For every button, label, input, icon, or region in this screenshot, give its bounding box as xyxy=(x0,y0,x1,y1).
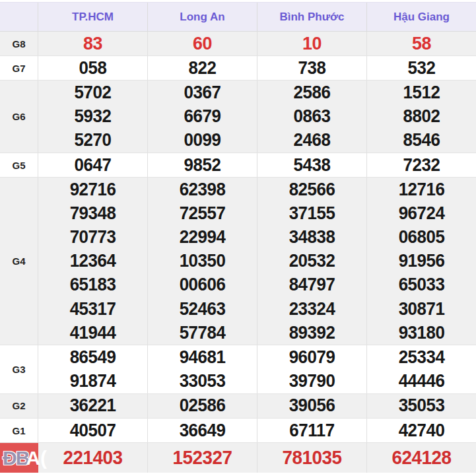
prize-row-G6: G657025932527003676679009925860863246815… xyxy=(0,80,476,152)
prize-col-G2-Bình Phước: 39056 xyxy=(257,394,366,418)
prize-col-G2-TP.HCM: 36221 xyxy=(38,394,147,418)
prize-col-G4-TP.HCM: 92716793487077312364651834531741944 xyxy=(38,178,147,345)
prize-value: 5702 xyxy=(40,81,145,104)
db-row-label: ĐB xyxy=(3,448,28,468)
header-long-an[interactable]: Long An xyxy=(147,3,257,31)
watermark-badge: ĐBA( xyxy=(0,443,38,473)
prize-value: 0863 xyxy=(259,105,364,129)
prize-col-G5-Hậu Giang: 7232 xyxy=(366,153,476,177)
prize-col-G6-Hậu Giang: 151288028546 xyxy=(366,81,476,152)
prize-value: 30871 xyxy=(369,297,473,321)
prize-col-G8-Hậu Giang: 58 xyxy=(366,32,476,55)
prize-value: 41944 xyxy=(40,321,145,345)
prize-value: 2586 xyxy=(259,81,364,104)
prize-value: 96724 xyxy=(369,201,473,225)
prize-value: 5438 xyxy=(259,153,364,177)
prize-value: 92716 xyxy=(40,178,145,201)
prize-row-G3: G386549918749468133053960793979025334444… xyxy=(0,345,476,393)
prize-value: 23324 xyxy=(259,297,364,321)
prize-value: 12364 xyxy=(40,250,145,273)
prize-value: 40507 xyxy=(40,419,145,442)
prize-col-G7-Hậu Giang: 532 xyxy=(366,56,476,80)
prize-value: 624128 xyxy=(369,443,473,473)
header-binh-phuoc[interactable]: Bình Phước xyxy=(257,3,366,31)
prize-col-G6-TP.HCM: 570259325270 xyxy=(38,81,147,152)
prize-value: 65183 xyxy=(40,273,145,297)
prize-col-ĐB-Bình Phước: 781035 xyxy=(257,443,366,473)
prize-value: 12716 xyxy=(369,178,473,201)
prize-col-G6-Long An: 036766790099 xyxy=(147,81,257,152)
prize-value: 6679 xyxy=(150,105,254,129)
prize-value: 221403 xyxy=(40,443,145,473)
prize-col-G3-Bình Phước: 9607939790 xyxy=(257,345,366,393)
prize-col-G7-Long An: 822 xyxy=(147,56,257,80)
prize-col-ĐB-Long An: 152327 xyxy=(147,443,257,473)
prize-row-G1: G140507366496711742740 xyxy=(0,418,476,442)
prize-value: 86549 xyxy=(40,345,145,369)
prize-value: 5932 xyxy=(40,105,145,129)
row-label-G8: G8 xyxy=(0,32,38,55)
header-hau-giang[interactable]: Hậu Giang xyxy=(366,3,476,31)
prize-value: 20532 xyxy=(259,250,364,273)
table-body: G883601058G7058822738532G657025932527003… xyxy=(0,32,476,473)
prize-value: 96079 xyxy=(259,345,364,369)
prize-value: 72557 xyxy=(150,201,254,225)
prize-value: 67117 xyxy=(259,419,364,442)
prize-value: 10 xyxy=(259,32,364,55)
prize-col-G1-TP.HCM: 40507 xyxy=(38,419,147,442)
prize-value: 52463 xyxy=(150,297,254,321)
prize-col-G6-Bình Phước: 258608632468 xyxy=(257,81,366,152)
prize-col-G3-Hậu Giang: 2533444446 xyxy=(366,345,476,393)
prize-col-G2-Hậu Giang: 35053 xyxy=(366,394,476,418)
prize-row-G5: G50647985254387232 xyxy=(0,152,476,177)
lottery-results-table: TP.HCM Long An Bình Phước Hậu Giang G883… xyxy=(0,2,476,473)
prize-col-G5-TP.HCM: 0647 xyxy=(38,153,147,177)
prize-value: 36649 xyxy=(150,419,254,442)
prize-value: 5270 xyxy=(40,129,145,152)
prize-value: 781035 xyxy=(259,443,364,473)
prize-value: 822 xyxy=(150,56,254,80)
prize-value: 36221 xyxy=(40,394,145,418)
prize-value: 84797 xyxy=(259,273,364,297)
prize-col-G2-Long An: 02586 xyxy=(147,394,257,418)
prize-value: 37155 xyxy=(259,201,364,225)
prize-value: 70773 xyxy=(40,226,145,250)
prize-value: 94681 xyxy=(150,345,254,369)
prize-value: 34838 xyxy=(259,226,364,250)
header-spacer xyxy=(0,3,38,31)
lottery-results-page: TP.HCM Long An Bình Phước Hậu Giang G883… xyxy=(0,0,476,474)
prize-value: 8802 xyxy=(369,105,473,129)
prize-value: 25334 xyxy=(369,345,473,369)
prize-value: 0367 xyxy=(150,81,254,104)
prize-value: 8546 xyxy=(369,129,473,152)
prize-value: 7232 xyxy=(369,153,473,177)
prize-value: 58 xyxy=(369,32,473,55)
watermark-text: A( xyxy=(26,448,47,468)
prize-value: 62398 xyxy=(150,178,254,201)
prize-col-G8-Long An: 60 xyxy=(147,32,257,55)
prize-col-G3-TP.HCM: 8654991874 xyxy=(38,345,147,393)
prize-value: 532 xyxy=(369,56,473,80)
prize-col-G1-Hậu Giang: 42740 xyxy=(366,419,476,442)
prize-value: 152327 xyxy=(150,443,254,473)
prize-col-G5-Bình Phước: 5438 xyxy=(257,153,366,177)
prize-value: 44446 xyxy=(369,370,473,393)
row-label-G3: G3 xyxy=(0,345,38,393)
prize-value: 60 xyxy=(150,32,254,55)
prize-col-G1-Long An: 36649 xyxy=(147,419,257,442)
prize-col-G4-Bình Phước: 82566371553483820532847972332489392 xyxy=(257,178,366,345)
prize-col-G5-Long An: 9852 xyxy=(147,153,257,177)
prize-value: 0647 xyxy=(40,153,145,177)
prize-value: 39056 xyxy=(259,394,364,418)
prize-value: 10350 xyxy=(150,250,254,273)
prize-col-G4-Hậu Giang: 12716967240680591956650333087193180 xyxy=(366,178,476,345)
prize-col-ĐB-Hậu Giang: 624128 xyxy=(366,443,476,473)
prize-value: 02586 xyxy=(150,394,254,418)
prize-value: 93180 xyxy=(369,321,473,345)
row-label-ĐB: ĐBA( xyxy=(0,443,38,473)
prize-row-G4: G492716793487077312364651834531741944623… xyxy=(0,177,476,345)
prize-col-G4-Long An: 62398725572299410350006065246357784 xyxy=(147,178,257,345)
prize-col-G3-Long An: 9468133053 xyxy=(147,345,257,393)
header-tphcm[interactable]: TP.HCM xyxy=(38,3,147,31)
prize-value: 06805 xyxy=(369,226,473,250)
